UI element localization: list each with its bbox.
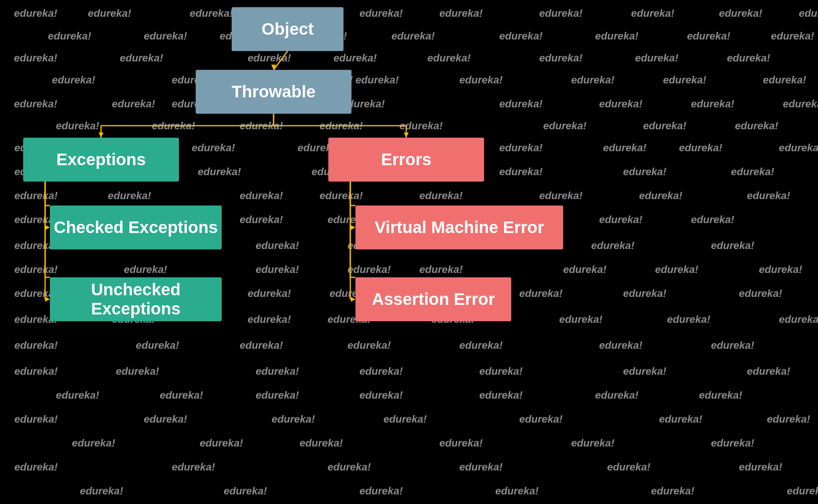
node-object: Object	[232, 7, 343, 51]
svg-marker-7	[45, 297, 50, 302]
node-vme: Virtual Machine Error	[355, 206, 563, 249]
svg-marker-8	[351, 225, 355, 230]
node-exceptions-label: Exceptions	[56, 150, 146, 169]
node-checked-exceptions: Checked Exceptions	[50, 206, 222, 249]
svg-marker-3	[271, 65, 276, 70]
svg-marker-9	[351, 297, 355, 302]
node-assertion-label: Assertion Error	[372, 290, 495, 309]
node-errors: Errors	[328, 138, 484, 182]
node-vme-label: Virtual Machine Error	[375, 218, 544, 237]
node-unchecked-exceptions: Unchecked Exceptions	[50, 277, 222, 321]
node-exceptions: Exceptions	[23, 138, 179, 182]
node-assertion-error: Assertion Error	[355, 277, 511, 321]
node-errors-label: Errors	[381, 150, 431, 169]
node-throwable-label: Throwable	[232, 82, 316, 101]
node-object-label: Object	[262, 20, 314, 39]
svg-marker-6	[45, 225, 50, 230]
svg-line-0	[274, 51, 288, 70]
connectors-svg	[0, 0, 818, 504]
svg-marker-5	[404, 132, 409, 138]
node-unchecked-label: Unchecked Exceptions	[50, 280, 222, 318]
node-checked-label: Checked Exceptions	[54, 218, 218, 237]
svg-marker-4	[99, 132, 103, 138]
diagram-layer: Object Throwable Exceptions Errors Check…	[0, 0, 818, 504]
node-throwable: Throwable	[196, 70, 351, 114]
